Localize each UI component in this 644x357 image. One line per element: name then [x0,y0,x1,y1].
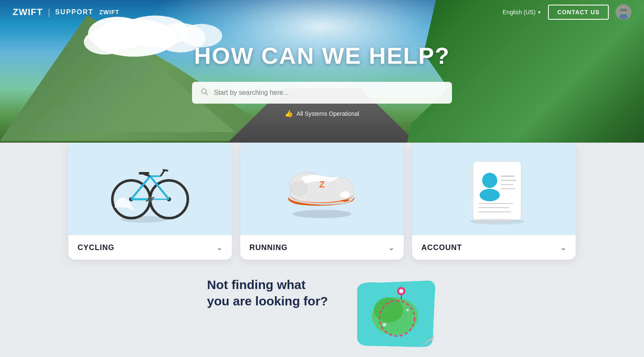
logo-support: SUPPORT [55,8,93,16]
avatar[interactable] [615,4,631,20]
header: ZWIFT | SUPPORT ZWIFT English (US) ▼ CON… [0,0,644,24]
running-card-image: Z [240,143,404,235]
cycling-card-footer: CYCLING ⌄ [68,235,232,260]
svg-point-48 [399,289,403,293]
svg-point-34 [480,189,500,201]
bicycle-svg [106,153,194,224]
account-svg [452,153,536,224]
svg-point-29 [290,181,308,196]
svg-point-49 [383,323,386,326]
running-card-footer: RUNNING ⌄ [240,235,404,260]
map-svg [353,276,445,352]
logo-area: ZWIFT | SUPPORT ZWIFT [13,7,119,18]
map-illustration [353,276,437,344]
search-icon [200,88,209,98]
bottom-section: Not finding whatyou are looking for? [50,276,594,357]
avatar-svg [615,4,631,20]
cards-row: CYCLING ⌄ Z [50,143,594,260]
cycling-label: CYCLING [78,243,114,252]
chevron-down-icon: ▼ [537,10,541,15]
not-finding-section: Not finding whatyou are looking for? [207,276,328,309]
svg-point-27 [121,216,167,223]
status-bar: 👍 All Systems Operational [285,109,359,117]
main-content: CYCLING ⌄ Z [0,143,644,357]
cycling-card-image [68,143,232,235]
hero-title: HOW CAN WE HELP? [194,42,450,69]
header-right: English (US) ▼ CONTACT US [503,4,631,20]
logo-zwift: ZWIFT [13,7,43,18]
svg-point-42 [470,219,525,224]
status-icon: 👍 [285,109,293,117]
language-selector[interactable]: English (US) ▼ [503,9,542,16]
svg-point-50 [406,309,409,311]
running-card[interactable]: Z RUNNING ⌄ [240,143,404,260]
account-label: ACCOUNT [421,243,462,252]
chevron-down-icon: ⌄ [216,243,223,252]
search-bar [192,82,452,104]
logo-divider: | [48,8,50,17]
svg-point-30 [293,210,351,218]
not-finding-title: Not finding whatyou are looking for? [207,276,328,309]
svg-line-22 [163,170,168,171]
svg-rect-24 [139,172,149,175]
avatar-image [615,4,631,20]
status-label: All Systems Operational [296,110,359,117]
running-label: RUNNING [249,243,288,252]
account-card-footer: ACCOUNT ⌄ [412,235,576,260]
contact-button[interactable]: CONTACT US [548,5,609,20]
svg-point-2 [619,14,628,20]
svg-rect-3 [620,8,627,12]
svg-line-11 [206,93,208,95]
shoe-svg: Z [278,153,366,224]
lang-label: English (US) [503,9,536,16]
cycling-card[interactable]: CYCLING ⌄ [68,143,232,260]
svg-point-33 [482,173,497,188]
account-card[interactable]: ACCOUNT ⌄ [412,143,576,260]
account-card-image [412,143,576,235]
logo-brand: ZWIFT [99,9,119,16]
chevron-down-icon: ⌄ [388,243,395,252]
svg-text:Z: Z [319,179,325,190]
chevron-down-icon: ⌄ [560,243,566,252]
search-input[interactable] [214,89,444,96]
